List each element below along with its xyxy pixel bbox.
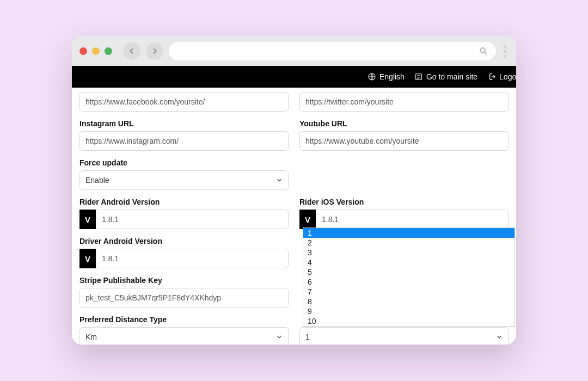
logout-link[interactable]: Logou [487, 72, 516, 81]
distance-type-label: Preferred Distance Type [79, 315, 289, 324]
number-select-value[interactable] [299, 327, 509, 345]
dropdown-option[interactable]: 7 [303, 287, 514, 297]
window-controls [79, 47, 112, 55]
driver-android-group: V [79, 249, 289, 268]
maximize-window-button[interactable] [105, 47, 112, 55]
minimize-window-button[interactable] [92, 47, 100, 55]
rider-android-input[interactable] [96, 210, 289, 229]
driver-android-input[interactable] [96, 249, 289, 268]
document-icon [414, 72, 423, 81]
dropdown-option[interactable]: 9 [303, 306, 514, 316]
rider-android-group: V [79, 210, 289, 229]
dropdown-option[interactable]: 4 [303, 257, 514, 267]
rider-ios-input[interactable] [316, 210, 509, 229]
number-select[interactable] [299, 327, 509, 345]
stripe-key-input[interactable] [79, 288, 289, 308]
rider-ios-label: Rider iOS Version [299, 198, 509, 206]
version-prefix: V [79, 249, 96, 268]
distance-type-select[interactable] [79, 327, 289, 345]
go-to-main-site-link[interactable]: Go to main site [414, 72, 477, 81]
empty-cell [299, 151, 509, 170]
dropdown-option[interactable]: 6 [303, 277, 514, 287]
dropdown-option[interactable]: 1 [303, 228, 514, 238]
dropdown-option[interactable]: 5 [303, 267, 514, 277]
main-site-label: Go to main site [426, 72, 477, 81]
stripe-key-label: Stripe Publishable Key [79, 276, 289, 285]
rider-android-label: Rider Android Version [79, 198, 289, 206]
dropdown-option[interactable]: 8 [303, 297, 514, 306]
version-prefix: V [299, 210, 316, 229]
browser-chrome [72, 36, 516, 66]
instagram-url-input[interactable] [79, 131, 289, 151]
logout-label: Logou [499, 72, 516, 81]
browser-window: English Go to main site Logou Facebook U… [72, 36, 516, 345]
close-window-button[interactable] [79, 47, 87, 55]
driver-android-label: Driver Android Version [79, 237, 289, 245]
distance-type-value[interactable] [79, 327, 289, 345]
number-dropdown-listbox[interactable]: 1 2 3 4 5 6 7 8 9 10 [303, 228, 515, 327]
globe-icon [367, 72, 376, 81]
forward-button[interactable] [146, 42, 163, 60]
logout-icon [487, 72, 496, 81]
dropdown-option[interactable]: 2 [303, 238, 514, 248]
version-prefix: V [79, 210, 96, 229]
arrow-right-icon [150, 47, 159, 56]
search-icon [479, 46, 488, 56]
dropdown-option[interactable]: 3 [303, 248, 514, 257]
force-update-select[interactable] [79, 170, 289, 190]
language-label: English [379, 72, 405, 81]
back-button[interactable] [123, 42, 140, 60]
youtube-url-label: Youtube URL [299, 119, 509, 128]
arrow-left-icon [127, 47, 136, 56]
force-update-value[interactable] [79, 170, 289, 190]
dropdown-option[interactable]: 10 [303, 316, 514, 326]
svg-point-0 [480, 48, 485, 53]
facebook-url-input[interactable] [79, 92, 289, 112]
browser-menu-button[interactable] [501, 45, 509, 58]
youtube-url-input[interactable] [299, 131, 509, 151]
rider-ios-group: V [299, 210, 509, 229]
address-bar[interactable] [169, 42, 496, 60]
language-selector[interactable]: English [367, 72, 405, 81]
instagram-url-label: Instagram URL [79, 119, 289, 128]
twitter-url-input[interactable] [299, 92, 509, 112]
force-update-label: Force update [79, 158, 289, 167]
